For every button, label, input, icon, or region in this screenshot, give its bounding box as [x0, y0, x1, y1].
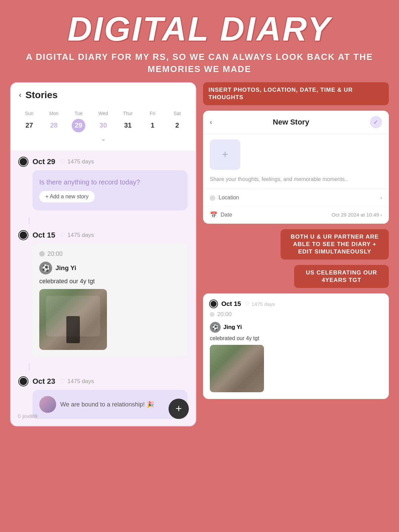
bottom-date: Oct 15 — [221, 300, 241, 308]
bottom-days: 1475 days — [251, 301, 275, 307]
bottom-heart-days: ♡ 1475 days — [245, 301, 275, 307]
stories-panel-inner: ‹ Stories Sun Mon Tue Wed Thur Fri Sat 2… — [11, 83, 196, 426]
story-time-oct15: 20:00 — [39, 250, 181, 258]
date-left: 📅 Date — [210, 211, 232, 219]
story-item-oct29: Oct 29 ♡ 1475 days Is there anything to … — [11, 151, 196, 217]
location-icon: ◎ — [210, 194, 215, 201]
back-button[interactable]: ‹ — [19, 91, 21, 99]
bottom-duplicate-entry: Oct 15 ♡ 1475 days 20:00 ⚽ Jing Yi celeb… — [203, 293, 389, 399]
add-story-button[interactable]: + Add a new story — [39, 191, 95, 202]
story-date-oct29: Oct 29 — [32, 157, 55, 166]
bottom-user-row: ⚽ Jing Yi — [210, 322, 382, 333]
calendar-day-31[interactable]: 31 — [121, 119, 135, 132]
app-title: DIGITAL DIARY — [14, 10, 385, 47]
empty-story-prompt: Is there anything to record today? — [39, 178, 181, 186]
story-days-oct29: 1475 days — [67, 158, 94, 165]
calendar-day-29[interactable]: 29 — [72, 119, 85, 132]
callout-celebrating: US CELEBRATING OUR 4YEARS TGT — [294, 265, 389, 288]
day-header-tue: Tue — [67, 109, 90, 117]
story-meta: ◎ Location › 📅 Date Oct 29 2024 at 10:49… — [203, 189, 389, 224]
time-dot-oct15 — [39, 251, 45, 257]
callout-insert-photos: INSERT PHOTOS, LOCATION, DATE, TIME & UR… — [203, 82, 389, 105]
story-card-oct15: 20:00 ⚽ Jing Yi celebrated our 4y tgt — [32, 244, 187, 357]
watermark: © jinx889 — [18, 414, 38, 419]
calendar-days: Sun Mon Tue Wed Thur Fri Sat 27 28 29 30… — [18, 109, 189, 132]
calendar-day-1[interactable]: 1 — [146, 119, 159, 132]
bottom-date-row: Oct 15 ♡ 1475 days — [210, 300, 382, 308]
bottom-time-dot — [210, 312, 215, 317]
new-story-title: New Story — [273, 118, 309, 127]
new-story-panel: ‹ New Story ✓ + Share your thoughts, fee… — [203, 111, 389, 224]
date-label: Date — [221, 212, 232, 218]
calendar: Sun Mon Tue Wed Thur Fri Sat 27 28 29 30… — [11, 106, 196, 151]
story-divider-1 — [29, 217, 29, 224]
day-header-mon: Mon — [42, 109, 66, 117]
bottom-dot — [210, 300, 217, 308]
story-image-person — [66, 316, 80, 343]
photo-add-icon: + — [222, 148, 228, 161]
story-user-row-oct15: ⚽ Jing Yi — [39, 262, 181, 274]
story-divider-2 — [29, 363, 29, 370]
location-label: Location — [219, 195, 239, 201]
calendar-expand-icon[interactable]: ⌄ — [18, 132, 189, 145]
story-text-oct15: celebrated our 4y tgt — [39, 278, 181, 285]
location-row[interactable]: ◎ Location › — [203, 189, 389, 206]
heart-icon-oct15: ♡ — [60, 231, 65, 239]
calendar-day-2[interactable]: 2 — [171, 119, 184, 132]
right-panel: INSERT PHOTOS, LOCATION, DATE, TIME & UR… — [203, 82, 389, 426]
date-value: Oct 29 2024 at 10:49 › — [332, 212, 382, 218]
new-story-done-button[interactable]: ✓ — [370, 116, 382, 128]
app-subtitle: A DIGITAL DIARY FOR MY RS, SO WE CAN ALW… — [14, 51, 385, 75]
story-image-oct15 — [39, 289, 107, 350]
location-chevron: › — [380, 195, 382, 200]
avatar-oct23 — [39, 396, 56, 413]
day-header-wed: Wed — [92, 109, 115, 117]
story-item-oct15: Oct 15 ♡ 1475 days 20:00 ⚽ Jing Yi — [11, 224, 196, 363]
story-date-row-oct29: Oct 29 ♡ 1475 days — [19, 157, 187, 166]
story-bottom-oct23: We are bound to a relationship! 🎉 — [32, 390, 187, 419]
bottom-time: 20:00 — [210, 311, 382, 318]
story-heart-days-oct23: ♡ 1475 days — [60, 378, 94, 385]
bottom-avatar: ⚽ — [210, 322, 221, 333]
location-left: ◎ Location — [210, 194, 239, 201]
stories-title: Stories — [25, 90, 58, 101]
day-header-sat: Sat — [165, 109, 189, 117]
story-msg-oct23: We are bound to a relationship! 🎉 — [60, 401, 154, 408]
story-date-oct23: Oct 23 — [32, 377, 55, 386]
date-icon: 📅 — [210, 211, 217, 219]
story-days-oct23: 1475 days — [67, 378, 94, 385]
story-dot-oct23 — [19, 377, 28, 386]
story-time-value-oct15: 20:00 — [47, 250, 63, 258]
heart-icon-oct29: ♡ — [60, 158, 65, 165]
day-header-fri: Fri — [141, 109, 164, 117]
new-story-back-button[interactable]: ‹ — [210, 118, 212, 126]
story-heart-days-oct15: ♡ 1475 days — [60, 231, 94, 239]
calendar-day-28[interactable]: 28 — [47, 119, 61, 132]
date-row[interactable]: 📅 Date Oct 29 2024 at 10:49 › — [203, 206, 389, 224]
heart-icon-oct23: ♡ — [60, 378, 65, 385]
story-dot-oct15 — [19, 231, 28, 240]
day-header-thur: Thur — [116, 109, 139, 117]
callout-both-partners: BOTH U & UR PARTNER ARE ABLE TO SEE THE … — [281, 229, 389, 260]
calendar-day-30[interactable]: 30 — [96, 119, 110, 132]
story-days-oct15: 1475 days — [67, 232, 94, 239]
story-dot-oct29 — [19, 157, 28, 166]
story-date-row-oct23: Oct 23 ♡ 1475 days — [19, 377, 187, 386]
story-textarea[interactable]: Share your thoughts, feelings, and memor… — [203, 175, 389, 189]
bottom-time-value: 20:00 — [217, 311, 232, 318]
story-date-row-oct15: Oct 15 ♡ 1475 days — [19, 231, 187, 240]
empty-story-card: Is there anything to record today? + Add… — [32, 170, 187, 210]
username-jingyi: Jing Yi — [56, 264, 76, 272]
stories-header: ‹ Stories — [11, 83, 196, 106]
bottom-heart-icon: ♡ — [245, 301, 249, 307]
story-heart-days-oct29: ♡ 1475 days — [60, 158, 94, 165]
stories-panel: ‹ Stories Sun Mon Tue Wed Thur Fri Sat 2… — [10, 82, 196, 426]
avatar-jingyi: ⚽ — [39, 262, 52, 274]
fab-add-button[interactable]: + — [169, 399, 189, 419]
header: DIGITAL DIARY A DIGITAL DIARY FOR MY RS,… — [0, 0, 399, 82]
new-story-header: ‹ New Story ✓ — [203, 111, 389, 134]
story-item-oct23: Oct 23 ♡ 1475 days We are bound to a rel… — [11, 370, 196, 426]
bottom-username: Jing Yi — [223, 324, 242, 331]
calendar-day-27[interactable]: 27 — [22, 119, 36, 132]
photo-add-area[interactable]: + — [210, 139, 240, 170]
